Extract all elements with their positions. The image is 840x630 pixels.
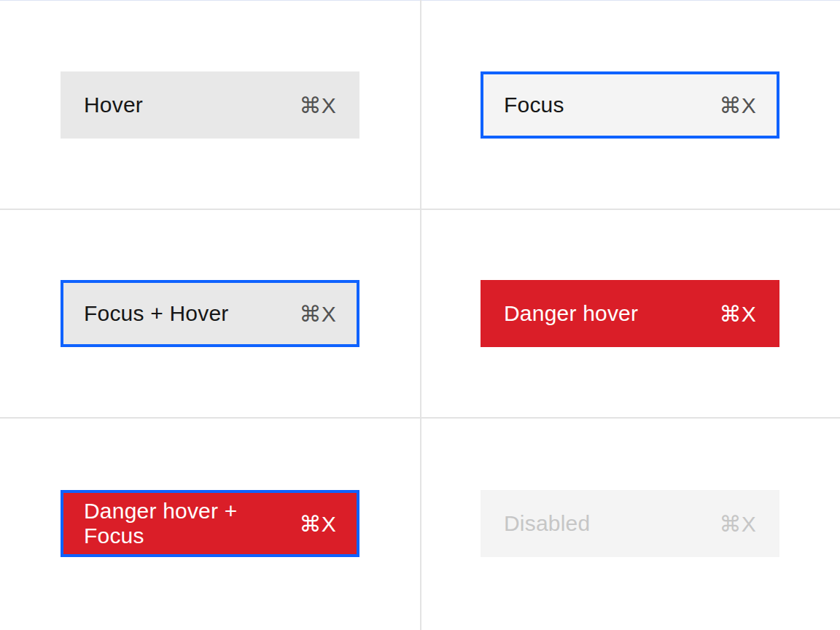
- states-sheet: Hover ⌘X Focus ⌘X Focus + Hover ⌘X Dange…: [0, 0, 840, 630]
- menu-item-label: Danger hover: [504, 301, 638, 326]
- shortcut-hint: ⌘X: [300, 301, 336, 327]
- menu-item-focus-hover[interactable]: Focus + Hover ⌘X: [61, 280, 359, 347]
- shortcut-hint: ⌘X: [720, 93, 756, 118]
- menu-item-label: Danger hover + Focus: [84, 499, 300, 548]
- shortcut-hint: ⌘X: [300, 93, 336, 118]
- shortcut-hint: ⌘X: [720, 301, 756, 327]
- shortcut-hint: ⌘X: [720, 511, 756, 537]
- menu-item-label: Focus: [504, 93, 564, 117]
- menu-item-label: Focus + Hover: [84, 301, 229, 326]
- menu-item-danger-hover[interactable]: Danger hover ⌘X: [481, 280, 779, 347]
- menu-item-label: Disabled: [504, 511, 590, 536]
- menu-item-focus[interactable]: Focus ⌘X: [481, 71, 779, 139]
- menu-item-label: Hover: [84, 93, 143, 117]
- grid-horizontal-divider-1: [0, 209, 840, 210]
- shortcut-hint: ⌘X: [300, 511, 336, 537]
- grid-vertical-divider: [420, 0, 421, 630]
- menu-item-disabled: Disabled ⌘X: [481, 490, 779, 557]
- menu-item-hover[interactable]: Hover ⌘X: [61, 71, 359, 139]
- grid-horizontal-divider-2: [0, 417, 840, 419]
- menu-item-danger-hover-focus[interactable]: Danger hover + Focus ⌘X: [61, 490, 359, 557]
